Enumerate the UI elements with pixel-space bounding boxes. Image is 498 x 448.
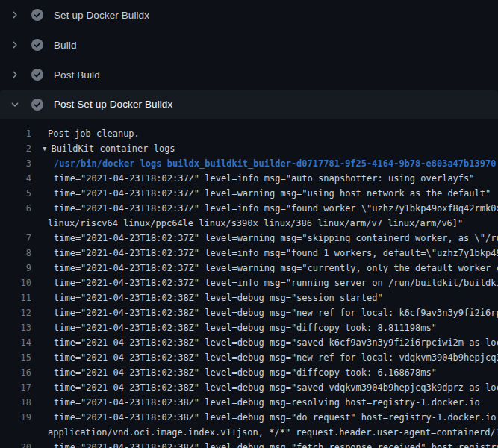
- log-line-text: time="2021-04-23T18:02:37Z" level=info m…: [43, 246, 498, 261]
- log-line: 3/usr/bin/docker logs buildx_buildkit_bu…: [0, 156, 498, 171]
- log-line: linux/riscv64 linux/ppc64le linux/s390x …: [0, 216, 498, 231]
- log-line-text: application/vnd.oci.image.index.v1+json,…: [43, 425, 498, 440]
- step-header-post-set-up-docker-buildx[interactable]: Post Set up Docker Buildx: [0, 90, 498, 119]
- log-line: 13time="2021-04-23T18:02:38Z" level=debu…: [0, 320, 498, 335]
- check-circle-icon: [31, 69, 43, 81]
- log-line-number[interactable]: 1: [0, 126, 31, 141]
- log-line-text: time="2021-04-23T18:02:38Z" level=debug …: [43, 335, 498, 350]
- chevron-down-icon: [9, 99, 21, 111]
- log-line-text: time="2021-04-23T18:02:38Z" level=debug …: [43, 410, 498, 425]
- log-line: 9time="2021-04-23T18:02:37Z" level=warni…: [0, 261, 498, 276]
- log-line: 17time="2021-04-23T18:02:38Z" level=debu…: [0, 380, 498, 395]
- step-title: Build: [54, 40, 77, 51]
- group-title[interactable]: BuildKit container logs: [51, 143, 175, 154]
- log-line-number[interactable]: 5: [0, 186, 31, 201]
- log-line: 7time="2021-04-23T18:02:37Z" level=warni…: [0, 231, 498, 246]
- log-line: 18time="2021-04-23T18:02:38Z" level=debu…: [0, 395, 498, 410]
- log-line-text: time="2021-04-23T18:02:37Z" level=info m…: [43, 201, 498, 216]
- step-header-set-up-docker-buildx[interactable]: Set up Docker Buildx: [0, 0, 498, 30]
- log-line: 12time="2021-04-23T18:02:38Z" level=debu…: [0, 305, 498, 320]
- log-command-text: /usr/bin/docker logs buildx_buildkit_bui…: [43, 156, 496, 171]
- log-line: 8time="2021-04-23T18:02:37Z" level=info …: [0, 246, 498, 261]
- step-header-post-build[interactable]: Post Build: [0, 60, 498, 90]
- log-line-text: time="2021-04-23T18:02:38Z" level=debug …: [43, 290, 383, 305]
- log-line-number[interactable]: 15: [0, 350, 31, 365]
- log-line-text: linux/riscv64 linux/ppc64le linux/s390x …: [43, 216, 463, 231]
- log-line-number[interactable]: 9: [0, 261, 31, 276]
- step-title: Post Build: [54, 69, 100, 81]
- log-line-text: time="2021-04-23T18:02:37Z" level=info m…: [43, 171, 475, 186]
- log-line-text: time="2021-04-23T18:02:38Z" level=debug …: [43, 380, 498, 395]
- log-line-text: ▼BuildKit container logs: [43, 141, 175, 156]
- log-line: 16time="2021-04-23T18:02:38Z" level=debu…: [0, 365, 498, 380]
- log-line-text: time="2021-04-23T18:02:38Z" level=debug …: [43, 365, 437, 380]
- log-line: 11time="2021-04-23T18:02:38Z" level=debu…: [0, 290, 498, 305]
- log-line-number[interactable]: 6: [0, 201, 31, 216]
- actions-log-panel: Set up Docker BuildxBuildPost BuildPost …: [0, 0, 498, 448]
- log-line: 14time="2021-04-23T18:02:38Z" level=debu…: [0, 335, 498, 350]
- log-line: 10time="2021-04-23T18:02:37Z" level=info…: [0, 276, 498, 290]
- log-line-text: time="2021-04-23T18:02:38Z" level=debug …: [43, 395, 480, 410]
- chevron-right-icon: [9, 39, 21, 51]
- log-line: 20time="2021-04-23T18:02:38Z" level=debu…: [0, 440, 498, 448]
- log-line-text: time="2021-04-23T18:02:38Z" level=debug …: [43, 440, 498, 448]
- log-line-text: time="2021-04-23T18:02:38Z" level=debug …: [43, 350, 498, 365]
- log-line-number[interactable]: 19: [0, 410, 31, 425]
- step-title: Post Set up Docker Buildx: [54, 99, 172, 110]
- log-line-number[interactable]: 16: [0, 365, 31, 380]
- log-line-number[interactable]: 11: [0, 290, 31, 305]
- log-line: 15time="2021-04-23T18:02:38Z" level=debu…: [0, 350, 498, 365]
- check-circle-icon: [31, 9, 43, 21]
- log-line: 2▼BuildKit container logs: [0, 141, 498, 156]
- log-line-text: time="2021-04-23T18:02:38Z" level=debug …: [43, 320, 437, 335]
- log-line-number[interactable]: 2: [0, 141, 31, 156]
- log-line-number[interactable]: 20: [0, 440, 31, 448]
- log-line: 1Post job cleanup.: [0, 126, 498, 141]
- group-toggle-icon[interactable]: ▼: [43, 141, 51, 156]
- log-viewer[interactable]: 1Post job cleanup.2▼BuildKit container l…: [0, 119, 498, 448]
- log-line-number[interactable]: 17: [0, 380, 31, 395]
- log-line-number: [0, 425, 31, 440]
- check-circle-icon: [31, 39, 43, 51]
- log-line-number[interactable]: 8: [0, 246, 31, 261]
- log-line-number[interactable]: 7: [0, 231, 31, 246]
- log-line-text: time="2021-04-23T18:02:37Z" level=info m…: [43, 276, 498, 290]
- log-line: 5time="2021-04-23T18:02:37Z" level=warni…: [0, 186, 498, 201]
- check-circle-icon: [31, 99, 43, 111]
- log-line-number[interactable]: 3: [0, 156, 31, 171]
- log-line-number[interactable]: 12: [0, 305, 31, 320]
- log-line-number[interactable]: 18: [0, 395, 31, 410]
- log-line-number[interactable]: 4: [0, 171, 31, 186]
- chevron-right-icon: [9, 69, 21, 81]
- log-line: application/vnd.oci.image.index.v1+json,…: [0, 425, 498, 440]
- log-line-text: time="2021-04-23T18:02:37Z" level=warnin…: [43, 231, 498, 246]
- step-title: Set up Docker Buildx: [54, 10, 149, 21]
- log-line-number[interactable]: 13: [0, 320, 31, 335]
- steps-list: Set up Docker BuildxBuildPost BuildPost …: [0, 0, 498, 119]
- log-line-text: time="2021-04-23T18:02:38Z" level=debug …: [43, 305, 498, 320]
- log-line: 19time="2021-04-23T18:02:38Z" level=debu…: [0, 410, 498, 425]
- log-line: 6time="2021-04-23T18:02:37Z" level=info …: [0, 201, 498, 216]
- log-line: 4time="2021-04-23T18:02:37Z" level=info …: [0, 171, 498, 186]
- log-line-text: time="2021-04-23T18:02:37Z" level=warnin…: [43, 186, 491, 201]
- log-line-number[interactable]: 10: [0, 276, 31, 290]
- log-line-number: [0, 216, 31, 231]
- chevron-right-icon: [9, 9, 21, 21]
- log-line-text: time="2021-04-23T18:02:37Z" level=warnin…: [43, 261, 498, 276]
- log-line-number[interactable]: 14: [0, 335, 31, 350]
- step-header-build[interactable]: Build: [0, 30, 498, 60]
- log-line-text: Post job cleanup.: [43, 126, 140, 141]
